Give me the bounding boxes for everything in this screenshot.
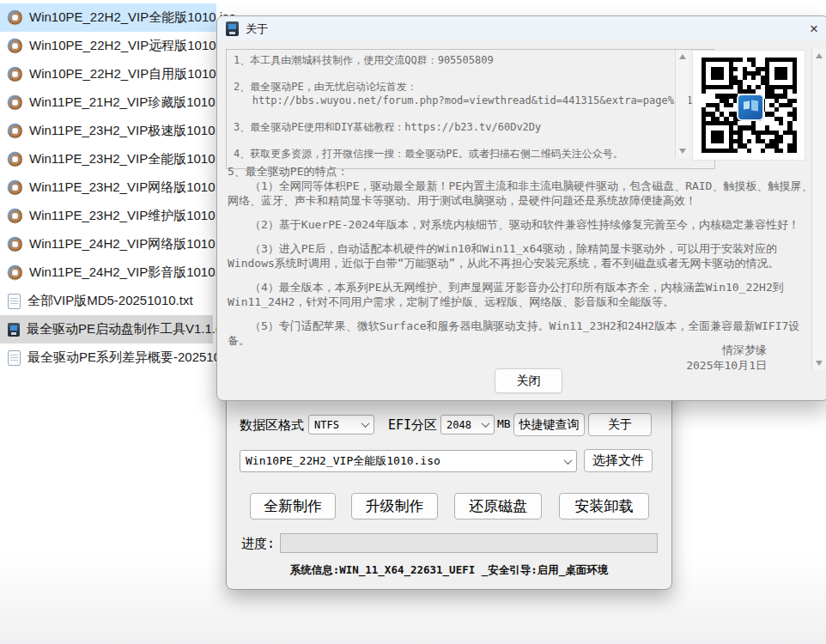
signature-date: 2025年10月1日	[686, 358, 767, 374]
details-textarea: 5、最全驱动PE的特点： （1）全网同等体积PE，驱动最全最新！PE内置主流和非…	[222, 161, 826, 361]
choose-file-button[interactable]: 选择文件	[584, 449, 653, 472]
efi-partition-label: EFI分区	[388, 417, 437, 434]
file-name: Win10PE_22H2_VIP全能版1010.iso	[29, 9, 236, 26]
file-item-iso[interactable]: Win11PE_24H2_VIP网络版1010.iso	[0, 230, 216, 258]
dialog-close-button-label: 关闭	[517, 374, 541, 389]
restore-disk-label: 还原磁盘	[469, 496, 527, 516]
dialog-titlebar[interactable]: 关于	[217, 16, 826, 41]
file-item-exe[interactable]: 最全驱动PE启动盘制作工具V1.1.exe	[0, 315, 213, 343]
file-item-iso[interactable]: Win10PE_22H2_VIP全能版1010.iso	[0, 3, 216, 32]
text-file-icon	[8, 294, 21, 309]
close-icon[interactable]: ×	[803, 18, 825, 39]
file-name: Win11PE_24H2_VIP网络版1010.iso	[29, 236, 235, 252]
system-info-status: 系统信息:WIN_11_X64_22631_UEFI _安全引导:启用_桌面环境	[227, 563, 671, 578]
restore-disk-button[interactable]: 还原磁盘	[454, 493, 542, 519]
file-item-iso[interactable]: Win10PE_22H2_VIP自用版1010.iso	[0, 60, 216, 88]
text-file-icon	[8, 350, 21, 366]
upgrade-button[interactable]: 升级制作	[351, 493, 438, 519]
about-button[interactable]: 关于	[588, 413, 652, 436]
chevron-down-icon	[482, 419, 490, 428]
details-heading: 5、最全驱动PE的特点：	[228, 164, 820, 179]
file-name: Win10PE_22H2_VIP远程版1010.iso	[29, 38, 236, 54]
install-uninstall-button[interactable]: 安装卸载	[559, 493, 649, 519]
file-name: 最全驱动PE启动盘制作工具V1.1.exe	[27, 321, 236, 337]
file-item-iso[interactable]: Win10PE_22H2_VIP远程版1010.iso	[0, 32, 216, 60]
file-name: Win11PE_23H2_VIP网络版1010.iso	[29, 179, 235, 196]
chevron-down-icon	[564, 456, 573, 465]
file-item-iso[interactable]: Win11PE_23H2_VIP网络版1010.iso	[0, 173, 216, 202]
data-format-label: 数据区格式	[240, 417, 304, 434]
disc-icon	[8, 39, 22, 53]
disc-icon	[8, 152, 22, 167]
about-dialog: 关于 × 1、本工具由潮城科技制作，使用交流QQ群：905505809 2、最全…	[216, 15, 826, 401]
file-name: Win10PE_22H2_VIP自用版1010.iso	[29, 66, 236, 82]
disc-icon	[8, 10, 22, 25]
scroll-down-icon[interactable]	[679, 149, 686, 154]
details-paragraph: （3）进入PE后，自动适配本机硬件的Win10和Win11_x64驱动，除精简显…	[228, 241, 820, 270]
install-uninstall-label: 安装卸载	[575, 496, 634, 516]
file-item-txt[interactable]: 最全驱动PE系列差异概要-20251010.txt	[0, 343, 216, 372]
signature-name: 情深梦缘	[686, 343, 767, 358]
disc-icon	[8, 209, 22, 223]
file-item-iso[interactable]: Win11PE_23H2_VIP极速版1010.iso	[0, 117, 216, 145]
data-format-select[interactable]: NTFS	[308, 415, 374, 434]
info-textbox: 1、本工具由潮城科技制作，使用交流QQ群：905505809 2、最全驱动PE，…	[226, 49, 715, 169]
file-item-iso[interactable]: Win11PE_21H2_VIP珍藏版1010.iso	[0, 88, 216, 117]
upgrade-label: 升级制作	[366, 496, 424, 516]
hotkey-query-label: 快捷键查询	[519, 417, 580, 433]
file-name: Win11PE_21H2_VIP珍藏版1010.iso	[29, 94, 235, 111]
iso-file-value: Win10PE_22H2_VIP全能版1010.iso	[246, 453, 440, 469]
dialog-close-button[interactable]: 关闭	[495, 368, 562, 393]
file-name: Win11PE_23H2_VIP全能版1010.iso	[29, 151, 235, 167]
file-name: Win11PE_24H2_VIP影音版1010.iso	[29, 264, 235, 281]
file-item-iso[interactable]: Win11PE_23H2_VIP全能版1010.iso	[0, 145, 216, 173]
signature-block: 情深梦缘 2025年10月1日	[686, 343, 767, 374]
file-name: Win11PE_23H2_VIP极速版1010.iso	[29, 123, 235, 139]
details-paragraph: （1）全网同等体积PE，驱动最全最新！PE内置主流和非主流电脑硬件驱动，包含磁盘…	[228, 179, 820, 208]
create-new-button[interactable]: 全新制作	[250, 493, 336, 519]
progress-bar	[280, 533, 658, 553]
file-name: 全部VIP版MD5-20251010.txt	[27, 293, 193, 309]
iso-file-select[interactable]: Win10PE_22H2_VIP全能版1010.iso	[240, 450, 577, 472]
chevron-down-icon	[361, 419, 370, 428]
disc-icon	[8, 124, 22, 138]
app-icon	[226, 21, 239, 36]
about-button-label: 关于	[608, 417, 632, 433]
hotkey-query-button[interactable]: 快捷键查询	[513, 413, 585, 436]
choose-file-label: 选择文件	[592, 453, 644, 469]
efi-size-value: 2048	[446, 419, 471, 431]
data-format-value: NTFS	[314, 419, 339, 431]
scroll-up-icon[interactable]	[816, 53, 823, 58]
disc-icon	[8, 95, 22, 110]
disc-icon	[8, 265, 22, 280]
exe-icon	[8, 323, 20, 337]
details-paragraph: （2）基于KuerPE-2024年版本，对系统内核细节、驱动和软件兼容性持续修复…	[228, 217, 820, 232]
qr-code	[701, 58, 797, 153]
qr-panel	[692, 50, 805, 161]
file-item-iso[interactable]: Win11PE_23H2_VIP维护版1010.iso	[0, 202, 216, 230]
details-paragraph: （4）最全版本，本系列PE从无网维护、到声显网蓝牙影音办公打印所有版本齐全，内核…	[228, 280, 820, 309]
disc-icon	[8, 237, 22, 252]
info-scrollbar[interactable]	[675, 50, 689, 158]
create-new-label: 全新制作	[264, 496, 322, 516]
progress-label: 进度:	[241, 536, 275, 552]
disc-icon	[8, 67, 22, 82]
wechat-account-logo-icon	[737, 94, 764, 121]
file-item-iso[interactable]: Win11PE_24H2_VIP影音版1010.iso	[0, 258, 216, 287]
file-item-txt[interactable]: 全部VIP版MD5-20251010.txt	[0, 287, 216, 315]
scroll-up-icon[interactable]	[679, 54, 686, 59]
dialog-title: 关于	[246, 21, 268, 37]
disc-icon	[8, 180, 22, 195]
mb-unit-label: MB	[497, 417, 511, 430]
file-list: Win10PE_22H2_VIP全能版1010.iso Win10PE_22H2…	[0, 0, 216, 372]
efi-size-select[interactable]: 2048	[440, 415, 495, 434]
file-name: Win11PE_23H2_VIP维护版1010.iso	[29, 208, 235, 224]
